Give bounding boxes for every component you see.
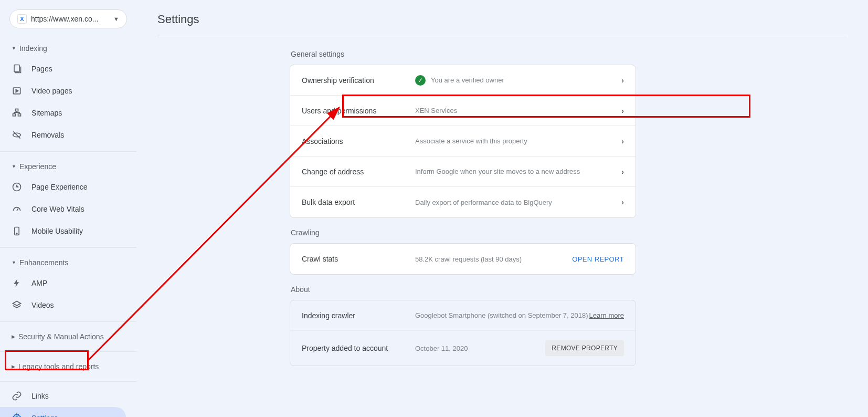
svg-rect-0 bbox=[14, 65, 19, 72]
pages-icon bbox=[12, 64, 22, 74]
sidebar-item-core-web-vitals[interactable]: Core Web Vitals bbox=[0, 198, 126, 220]
chevron-right-icon: › bbox=[621, 76, 624, 85]
row-change-address[interactable]: Change of address Inform Google when you… bbox=[290, 157, 636, 187]
speed-icon bbox=[12, 204, 22, 214]
sidebar-item-label: Videos bbox=[31, 301, 54, 309]
row-bulk-export[interactable]: Bulk data export Daily export of perform… bbox=[290, 187, 636, 217]
nav-header-experience[interactable]: ▼ Experience bbox=[0, 157, 136, 176]
about-card: Indexing crawler Googlebot Smartphone (s… bbox=[290, 300, 636, 366]
svg-rect-2 bbox=[16, 109, 18, 111]
property-url: https://www.xen.co... bbox=[31, 15, 109, 23]
main-content: Settings General settings Ownership veri… bbox=[136, 0, 868, 417]
row-crawl-stats[interactable]: Crawl stats 58.2K crawl requests (last 9… bbox=[290, 244, 636, 274]
row-value: Googlebot Smartphone (switched on Septem… bbox=[415, 311, 588, 319]
removals-icon bbox=[12, 130, 22, 140]
nav-header-label: Security & Manual Actions bbox=[18, 332, 104, 341]
row-value: Associate a service with this property bbox=[415, 137, 527, 145]
sidebar-item-label: Page Experience bbox=[31, 183, 88, 191]
section-header-crawling: Crawling bbox=[291, 228, 636, 237]
svg-rect-4 bbox=[18, 114, 21, 116]
row-users-permissions[interactable]: Users and permissions XEN Services › bbox=[290, 96, 636, 126]
sidebar-item-links[interactable]: Links bbox=[0, 385, 126, 407]
nav-header-label: Indexing bbox=[19, 44, 47, 53]
row-label: Change of address bbox=[302, 168, 415, 176]
section-header-general: General settings bbox=[291, 50, 636, 58]
chevron-right-icon: › bbox=[621, 107, 624, 115]
row-label: Property added to account bbox=[302, 344, 415, 352]
chevron-right-icon: › bbox=[621, 198, 624, 206]
sidebar-item-sitemaps[interactable]: Sitemaps bbox=[0, 102, 126, 124]
learn-more-link[interactable]: Learn more bbox=[589, 311, 624, 319]
sitemaps-icon bbox=[12, 108, 22, 118]
row-label: Associations bbox=[302, 137, 415, 145]
row-value: XEN Services bbox=[415, 107, 457, 114]
divider bbox=[0, 351, 136, 352]
chevron-down-icon: ▼ bbox=[113, 16, 119, 22]
mobile-icon bbox=[12, 226, 22, 236]
sidebar-item-removals[interactable]: Removals bbox=[0, 124, 126, 146]
property-favicon: X bbox=[17, 14, 27, 24]
sidebar-item-pages[interactable]: Pages bbox=[0, 58, 126, 80]
collapse-icon: ▼ bbox=[12, 46, 16, 51]
divider bbox=[0, 151, 136, 152]
sidebar-item-label: Core Web Vitals bbox=[31, 205, 84, 213]
sidebar-item-videos[interactable]: Videos bbox=[0, 294, 126, 316]
sidebar-item-label: AMP bbox=[31, 279, 47, 287]
sidebar-item-video-pages[interactable]: Video pages bbox=[0, 80, 126, 102]
video-icon bbox=[12, 86, 22, 96]
sidebar-item-label: Links bbox=[31, 392, 49, 400]
nav-header-label: Legacy tools and reports bbox=[18, 362, 99, 371]
sidebar-item-settings[interactable]: Settings bbox=[0, 407, 126, 417]
svg-point-7 bbox=[16, 233, 17, 234]
divider bbox=[0, 381, 136, 382]
collapse-icon: ▼ bbox=[12, 164, 16, 169]
row-value: 58.2K crawl requests (last 90 days) bbox=[415, 255, 522, 263]
row-label: Indexing crawler bbox=[302, 311, 415, 320]
row-label: Bulk data export bbox=[302, 198, 415, 206]
sidebar-item-label: Removals bbox=[31, 131, 64, 139]
row-label: Ownership verification bbox=[302, 76, 415, 85]
links-icon bbox=[12, 391, 22, 401]
property-selector[interactable]: X https://www.xen.co... ▼ bbox=[9, 9, 127, 28]
nav-header-legacy[interactable]: ▶ Legacy tools and reports bbox=[0, 357, 136, 376]
nav-header-security[interactable]: ▶ Security & Manual Actions bbox=[0, 327, 136, 346]
row-property-added: Property added to account October 11, 20… bbox=[290, 331, 636, 366]
sidebar-item-mobile-usability[interactable]: Mobile Usability bbox=[0, 220, 126, 242]
row-associations[interactable]: Associations Associate a service with th… bbox=[290, 126, 636, 157]
remove-property-button[interactable]: REMOVE PROPERTY bbox=[545, 340, 624, 356]
row-value: October 11, 2020 bbox=[415, 345, 468, 352]
open-report-link[interactable]: OPEN REPORT bbox=[572, 255, 624, 263]
row-label: Crawl stats bbox=[302, 255, 415, 263]
crawling-card: Crawl stats 58.2K crawl requests (last 9… bbox=[290, 243, 636, 275]
divider bbox=[0, 321, 136, 322]
sidebar-item-label: Settings bbox=[31, 414, 58, 417]
sidebar-item-amp[interactable]: AMP bbox=[0, 272, 126, 294]
sidebar-item-page-experience[interactable]: Page Experience bbox=[0, 176, 126, 198]
sidebar: X https://www.xen.co... ▼ ▼ Indexing Pag… bbox=[0, 0, 136, 417]
sidebar-item-label: Video pages bbox=[31, 87, 72, 95]
chevron-right-icon: › bbox=[621, 168, 624, 176]
collapse-icon: ▼ bbox=[12, 260, 16, 265]
videos-icon bbox=[12, 300, 22, 310]
row-value: Inform Google when your site moves to a … bbox=[415, 168, 580, 175]
svg-rect-3 bbox=[13, 114, 16, 116]
row-value: Daily export of performance data to BigQ… bbox=[415, 199, 552, 206]
nav-header-enhancements[interactable]: ▼ Enhancements bbox=[0, 253, 136, 272]
verified-check-icon: ✓ bbox=[415, 75, 426, 86]
nav-header-label: Enhancements bbox=[19, 258, 68, 267]
row-ownership-verification[interactable]: Ownership verification ✓ You are a verif… bbox=[290, 65, 636, 96]
row-indexing-crawler: Indexing crawler Googlebot Smartphone (s… bbox=[290, 300, 636, 331]
sidebar-item-label: Sitemaps bbox=[31, 109, 62, 117]
expand-icon: ▶ bbox=[12, 334, 15, 339]
nav-header-label: Experience bbox=[19, 162, 56, 171]
section-header-about: About bbox=[291, 285, 636, 294]
sidebar-item-label: Mobile Usability bbox=[31, 227, 83, 235]
gear-icon bbox=[12, 413, 22, 417]
sidebar-item-label: Pages bbox=[31, 65, 52, 73]
row-label: Users and permissions bbox=[302, 107, 415, 115]
expand-icon: ▶ bbox=[12, 364, 15, 369]
page-experience-icon bbox=[12, 182, 22, 192]
nav-header-indexing[interactable]: ▼ Indexing bbox=[0, 39, 136, 58]
divider bbox=[0, 247, 136, 248]
page-title: Settings bbox=[157, 13, 847, 37]
